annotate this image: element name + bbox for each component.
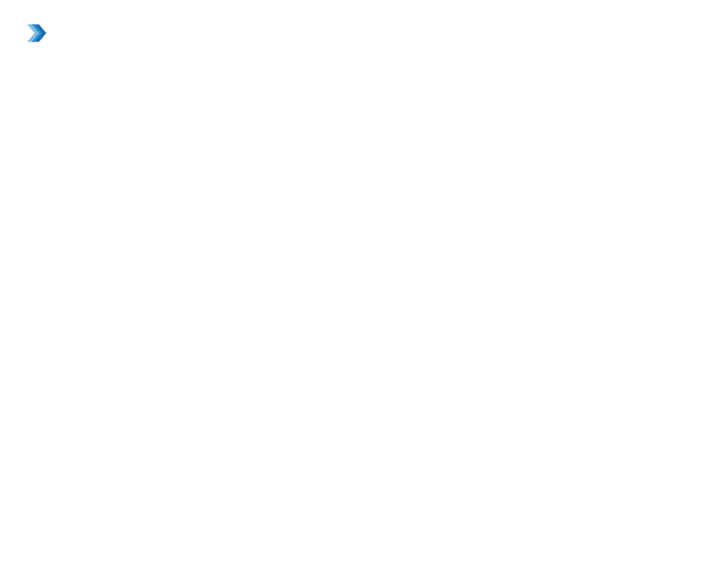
logo-icon bbox=[18, 18, 48, 48]
page-header bbox=[18, 18, 710, 48]
logo bbox=[18, 18, 51, 48]
